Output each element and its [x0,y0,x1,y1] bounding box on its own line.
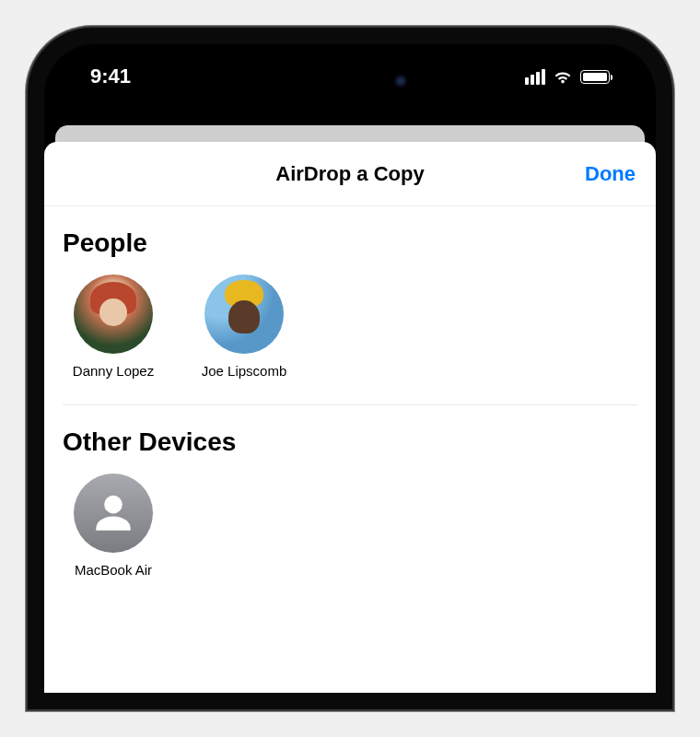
airdrop-person[interactable]: Danny Lopez [63,275,164,379]
devices-section: Other Devices MacBook Air [44,405,656,603]
battery-icon [580,70,610,84]
people-section-title: People [63,228,637,258]
phone-frame: 9:41 AirDrop a Copy Done People [28,28,672,709]
airdrop-person[interactable]: Joe Lipscomb [193,275,295,379]
screen: 9:41 AirDrop a Copy Done People [44,44,656,693]
person-name: Joe Lipscomb [202,363,287,379]
share-sheet: AirDrop a Copy Done People Danny Lopez J… [44,142,656,693]
wifi-icon [553,66,573,87]
devices-section-title: Other Devices [63,427,637,457]
done-button[interactable]: Done [585,162,636,186]
person-name: Danny Lopez [73,363,154,379]
front-camera [394,75,407,88]
sheet-header: AirDrop a Copy Done [44,142,656,206]
avatar [74,275,153,354]
avatar [204,275,284,354]
device-name: MacBook Air [75,562,152,578]
sheet-title: AirDrop a Copy [275,162,424,186]
dynamic-island [276,61,424,101]
airdrop-device[interactable]: MacBook Air [63,474,164,578]
svg-point-0 [104,496,122,514]
generic-avatar-icon [74,474,153,553]
status-time: 9:41 [90,64,131,88]
cellular-signal-icon [525,69,545,85]
people-section: People Danny Lopez Joe Lipscomb [44,206,656,404]
